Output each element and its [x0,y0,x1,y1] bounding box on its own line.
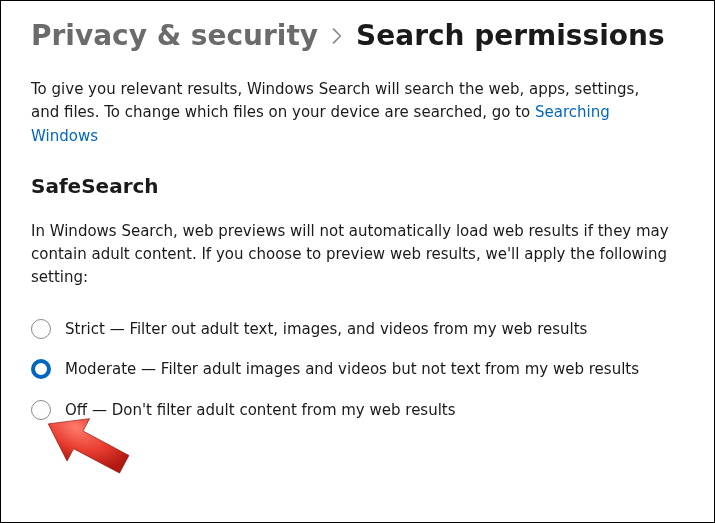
chevron-right-icon [332,28,342,44]
radio-icon [31,359,51,379]
safesearch-radio-group: Strict — Filter out adult text, images, … [31,318,684,422]
safesearch-description: In Windows Search, web previews will not… [31,220,681,290]
radio-label: Off — Don't filter adult content from my… [65,399,456,422]
radio-moderate[interactable]: Moderate — Filter adult images and video… [31,358,671,381]
radio-off[interactable]: Off — Don't filter adult content from my… [31,399,671,422]
page-description: To give you relevant results, Windows Se… [31,78,671,148]
safesearch-heading: SafeSearch [31,174,684,198]
radio-icon [31,319,51,339]
radio-label: Strict — Filter out adult text, images, … [65,318,587,341]
radio-icon [31,400,51,420]
page-title: Search permissions [356,19,665,52]
breadcrumb: Privacy & security Search permissions [31,19,684,52]
radio-label: Moderate — Filter adult images and video… [65,358,639,381]
radio-strict[interactable]: Strict — Filter out adult text, images, … [31,318,671,341]
breadcrumb-parent[interactable]: Privacy & security [31,19,318,52]
